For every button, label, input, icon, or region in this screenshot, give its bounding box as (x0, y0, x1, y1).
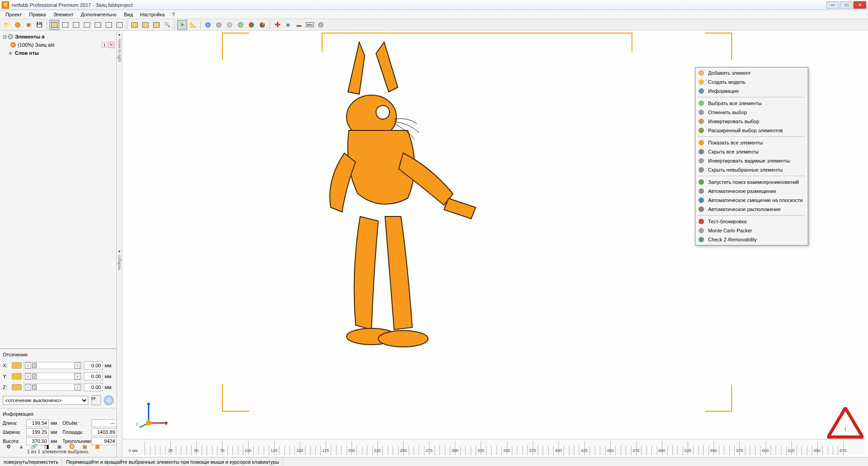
menu-view[interactable]: Вид (120, 11, 136, 18)
slider-dec[interactable]: ‹ (25, 373, 31, 380)
ctx-item[interactable]: Показать все элементы (696, 138, 807, 147)
warning-icon[interactable]: ! (827, 407, 863, 439)
cuts-mode-select[interactable]: <отсечение выключено> (3, 396, 88, 405)
ctx-item[interactable]: Запустить поиск взаимопроникновений (696, 178, 807, 187)
toolbar-sphere1[interactable] (203, 20, 213, 30)
toolbar-view-front[interactable] (104, 20, 114, 30)
toolbar-sphere5[interactable] (246, 20, 256, 30)
ctx-item[interactable]: Автоматическое размещение (696, 187, 807, 196)
toolbar-cube1[interactable] (130, 20, 140, 30)
ruler-tick-label: 650 (814, 448, 820, 453)
slider-thumb[interactable] (32, 374, 37, 379)
toolbar-label[interactable]: abc (305, 20, 315, 30)
ctx-item[interactable]: Автоматическое смещение на плоскости (696, 196, 807, 205)
cut-value[interactable] (84, 383, 103, 391)
toolbar-view-top[interactable] (60, 20, 70, 30)
slider-inc[interactable]: › (74, 384, 81, 390)
tree-root-elements[interactable]: ⊟ Элементы я (2, 33, 115, 41)
model-3d[interactable] (258, 40, 494, 357)
tool-ball[interactable] (67, 442, 77, 452)
toolbar-machine[interactable]: ▣ (24, 20, 34, 30)
menu-settings[interactable]: Настройка (136, 11, 168, 18)
ctx-item[interactable]: Инвертировать выбор (696, 117, 807, 126)
ctx-item[interactable]: Monte Carlo Packer (696, 226, 807, 235)
toolbar-extra[interactable] (316, 20, 326, 30)
tree-item[interactable]: (100%) Заяц abi 1 ✕ (2, 41, 115, 49)
tool-grid1[interactable]: ▦ (80, 442, 90, 452)
tool-cube[interactable]: ◨ (42, 442, 52, 452)
slider-dec[interactable]: ‹ (25, 362, 31, 369)
slider-thumb[interactable] (32, 363, 37, 368)
ctx-item-label: Добавить элемент (708, 70, 751, 76)
cut-slider[interactable]: ‹› (24, 373, 82, 380)
toolbar-save[interactable]: 💾 (34, 20, 44, 30)
close-button[interactable]: ✕ (854, 1, 866, 9)
ctx-item[interactable]: Добавить элемент (696, 68, 807, 77)
toolbar-open[interactable]: 📁 (2, 20, 12, 30)
tool-grid2[interactable]: ▦ (92, 442, 102, 452)
ctx-item[interactable]: Расширенный выбор элементов (696, 126, 807, 135)
status-hint: Перемещайте и вращайте выбранные элемент… (63, 457, 283, 466)
tree-item-close[interactable]: ✕ (108, 42, 115, 48)
toolbar-pie[interactable] (257, 20, 267, 30)
toolbar-view-persp[interactable] (49, 20, 59, 30)
tool-warn[interactable]: ▲ (16, 442, 26, 452)
toolbar-add[interactable] (13, 20, 23, 30)
cut-color[interactable] (12, 373, 22, 380)
tree-root-slices[interactable]: ≡ Слои нты (2, 49, 115, 57)
menu-project[interactable]: Проект (2, 11, 25, 18)
toolbar-view-left[interactable] (82, 20, 92, 30)
toolbar-view-back[interactable] (115, 20, 125, 30)
ctx-item[interactable]: Автоматическое расположение (696, 205, 807, 214)
toolbar-sphere4[interactable] (236, 20, 246, 30)
toolbar-zoom[interactable]: 🔍 (162, 20, 172, 30)
maximize-button[interactable]: ▭ (840, 1, 853, 9)
slider-inc[interactable]: › (74, 362, 81, 369)
toolbar-platform[interactable]: ▬ (294, 20, 304, 30)
toolbar-cube2[interactable] (140, 20, 150, 30)
info-unit: мм (51, 421, 61, 426)
slider-inc[interactable]: › (74, 373, 81, 380)
cut-slider[interactable]: ‹› (24, 362, 82, 369)
svg-point-3 (378, 331, 428, 347)
tool-gears[interactable]: ⚙ (4, 442, 14, 452)
cuts-apply-button[interactable]: ⟳ (91, 395, 101, 405)
menu-extra[interactable]: Дополнительно (77, 11, 120, 18)
toolbar-select-arrow[interactable]: ➤ (177, 20, 187, 30)
toolbar-sphere3[interactable] (225, 20, 235, 30)
slider-thumb[interactable] (32, 384, 37, 390)
cut-color[interactable] (12, 384, 22, 390)
ruler-tick-label: 100 (245, 448, 251, 453)
ctx-item[interactable]: Отменить выбор (696, 108, 807, 117)
ctx-item[interactable]: Инвертировать видимые элементы (696, 156, 807, 165)
ctx-item[interactable]: Тест-блокировка (696, 217, 807, 226)
cut-value[interactable] (84, 361, 103, 370)
ctx-item[interactable]: Скрыть невыбранные элементы (696, 165, 807, 174)
toolbar-sphere2[interactable] (214, 20, 224, 30)
toolbar-repair[interactable]: ✚ (272, 20, 282, 30)
tool-box[interactable]: ▣ (54, 442, 64, 452)
cut-color[interactable] (12, 362, 22, 369)
ctx-item[interactable]: Check Z-Removability (696, 235, 807, 244)
sidebar-handle[interactable]: ▸ move to right ▸ collapse (117, 31, 122, 457)
menu-edit[interactable]: Правка (25, 11, 49, 18)
cut-value[interactable] (84, 372, 103, 380)
minimize-button[interactable]: — (826, 1, 839, 9)
tool-link[interactable]: 🔗 (29, 442, 39, 452)
toolbar-material[interactable]: ◉ (283, 20, 293, 30)
expand-icon[interactable]: ⊟ (2, 34, 7, 40)
ctx-item[interactable]: Выбрать все элементы (696, 99, 807, 108)
ctx-item[interactable]: Информация (696, 86, 807, 96)
viewport[interactable]: z x y ! Добавить элементСоздать модельИн… (122, 31, 868, 457)
menu-element[interactable]: Элемент (49, 11, 77, 18)
ctx-item[interactable]: Скрыть все элементы (696, 147, 807, 156)
toolbar-measure[interactable]: 📐 (188, 20, 198, 30)
toolbar-view-bottom[interactable] (71, 20, 81, 30)
cuts-reset-button[interactable] (104, 395, 114, 405)
toolbar-cube3[interactable] (151, 20, 161, 30)
cut-slider[interactable]: ‹› (24, 384, 82, 391)
ctx-item[interactable]: Создать модель (696, 77, 807, 86)
slider-dec[interactable]: ‹ (25, 384, 31, 390)
toolbar-view-right[interactable] (93, 20, 103, 30)
menu-help[interactable]: ? (169, 11, 178, 18)
